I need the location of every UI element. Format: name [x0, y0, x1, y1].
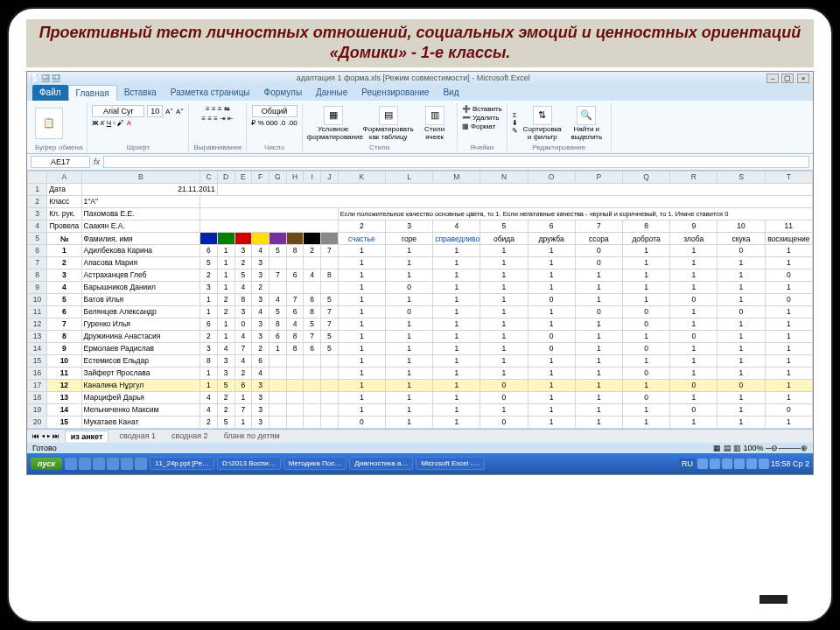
column-header[interactable]: Q [622, 171, 669, 183]
row-header[interactable]: 12 [28, 318, 47, 330]
quicklaunch[interactable] [65, 458, 147, 470]
insert-cell-label[interactable]: Вставить [472, 105, 502, 113]
row-header[interactable]: 2 [28, 195, 47, 207]
taskbar-item-3[interactable]: Методика Пос… [284, 457, 346, 470]
column-header[interactable]: E [234, 171, 252, 183]
row-header[interactable]: 5 [28, 232, 47, 244]
taskbar-item-4[interactable]: Диагностика а… [349, 457, 413, 470]
paste-icon[interactable]: 📋 [35, 108, 63, 139]
row-header[interactable]: 3 [28, 207, 47, 220]
minimize-button[interactable]: – [766, 74, 779, 83]
tab-data[interactable]: Данные [309, 85, 354, 101]
sheet-tab-2[interactable]: сводная 1 [114, 430, 161, 441]
ribbon-label-font: Шрифт [92, 144, 184, 151]
sheet-tab-3[interactable]: сводная 2 [166, 430, 214, 441]
color-swatch [252, 232, 270, 244]
font-color-icon[interactable]: A [127, 119, 131, 127]
tab-view[interactable]: Вид [436, 85, 466, 101]
column-header[interactable]: T [765, 171, 812, 183]
spreadsheet-grid[interactable]: ABCDEFGHIJKLMNOPQRST1Дата21.11.20112Клас… [27, 171, 813, 429]
row-header[interactable]: 18 [28, 391, 47, 403]
fx-icon[interactable]: fx [94, 158, 100, 166]
ribbon-group-number: Общий ₽ % 000 .0 .00 Число [247, 103, 302, 153]
taskbar-item-2[interactable]: D:\2013 Воспи… [217, 457, 281, 470]
tab-insert[interactable]: Вставка [117, 85, 164, 101]
ribbon-label-clipboard: Буфер обмена [35, 144, 82, 151]
tab-home[interactable]: Главная [68, 85, 117, 101]
column-header[interactable]: B [81, 171, 200, 183]
maximize-button[interactable]: ▢ [781, 74, 794, 83]
row-header[interactable]: 6 [28, 244, 47, 256]
clock: 15:58 Ср 2 [771, 459, 809, 468]
tab-file[interactable]: Файл [32, 85, 68, 101]
tab-formulas[interactable]: Формулы [257, 85, 310, 101]
font-name-select[interactable]: Arial Cyr [92, 105, 144, 117]
taskbar-item-1[interactable]: 11_24p.ppt [Ре… [150, 457, 214, 470]
format-table-icon[interactable]: ▤ [379, 106, 398, 125]
row-header[interactable]: 20 [28, 416, 47, 428]
row-header[interactable]: 8 [28, 269, 47, 281]
column-header[interactable]: C [200, 171, 218, 183]
ribbon-group-styles: ▦Условное форматирование ▤Форматировать … [303, 103, 458, 153]
row-header[interactable]: 13 [28, 330, 47, 342]
row-header[interactable]: 9 [28, 281, 47, 293]
taskbar-item-5[interactable]: Microsoft Excel -… [416, 457, 485, 470]
lang-indicator[interactable]: RU [679, 458, 696, 469]
tray-icon[interactable] [746, 458, 757, 469]
conditional-format-icon[interactable]: ▦ [324, 106, 343, 125]
row-header[interactable]: 11 [28, 305, 47, 318]
format-cell-label[interactable]: Формат [471, 122, 495, 130]
row-header[interactable]: 7 [28, 256, 47, 269]
font-shrink-icon[interactable]: A˅ [176, 108, 184, 116]
row-header[interactable]: 17 [28, 379, 47, 391]
column-header[interactable]: R [670, 171, 718, 183]
column-header[interactable]: A [47, 171, 81, 183]
tray-icon[interactable] [722, 458, 732, 469]
sheet-nav[interactable]: ⏮ ◀ ▶ ⏭ [32, 432, 60, 440]
row-header[interactable]: 19 [28, 403, 47, 416]
row-header[interactable]: 4 [28, 220, 47, 232]
formula-input[interactable] [103, 156, 809, 168]
font-size-select[interactable]: 10 [147, 105, 163, 117]
row-header[interactable]: 16 [28, 367, 47, 379]
font-grow-icon[interactable]: A˄ [165, 108, 173, 116]
start-button[interactable]: пуск [31, 458, 62, 470]
tray-icon[interactable] [734, 458, 745, 469]
tray-icon[interactable] [759, 458, 769, 469]
column-header[interactable]: H [286, 171, 304, 183]
sort-filter-icon[interactable]: ⇅ [533, 106, 552, 125]
sheet-tab-4[interactable]: бланк по детям [219, 430, 285, 441]
column-header[interactable]: I [304, 171, 321, 183]
column-header[interactable]: G [269, 171, 286, 183]
column-header[interactable]: M [433, 171, 480, 183]
bold-icon[interactable]: Ж [92, 119, 98, 127]
column-header[interactable]: S [718, 171, 765, 183]
row-header[interactable]: 1 [28, 183, 47, 195]
column-header[interactable]: D [217, 171, 234, 183]
column-header[interactable]: P [575, 171, 622, 183]
name-box[interactable]: AE17 [31, 156, 90, 168]
number-format-select[interactable]: Общий [252, 105, 298, 117]
delete-cell-label[interactable]: Удалить [472, 114, 500, 122]
column-header[interactable]: K [338, 171, 385, 183]
italic-icon[interactable]: К [101, 119, 105, 127]
tray-icon[interactable] [710, 458, 720, 469]
tab-review[interactable]: Рецензирование [354, 85, 436, 101]
row-header[interactable]: 14 [28, 342, 47, 354]
column-header[interactable]: J [321, 171, 339, 183]
column-header[interactable]: O [528, 171, 575, 183]
close-button[interactable]: × [797, 74, 809, 83]
column-header[interactable]: F [252, 171, 270, 183]
tray-icon[interactable] [697, 458, 708, 469]
column-header[interactable]: L [385, 171, 432, 183]
zoom-level[interactable]: 100% [744, 444, 764, 452]
row-header[interactable]: 10 [28, 293, 47, 305]
underline-icon[interactable]: Ч [107, 119, 111, 127]
ribbon-group-editing: Σ⬇✎ ⇅Сортировка и фильтр 🔍Найти и выдели… [508, 103, 612, 153]
row-header[interactable]: 15 [28, 354, 47, 367]
column-header[interactable]: N [480, 171, 528, 183]
tab-layout[interactable]: Разметка страницы [164, 85, 257, 101]
cell-styles-icon[interactable]: ▥ [425, 106, 444, 125]
sheet-tab-1[interactable]: из анкет [65, 430, 109, 442]
find-icon[interactable]: 🔍 [577, 106, 596, 125]
